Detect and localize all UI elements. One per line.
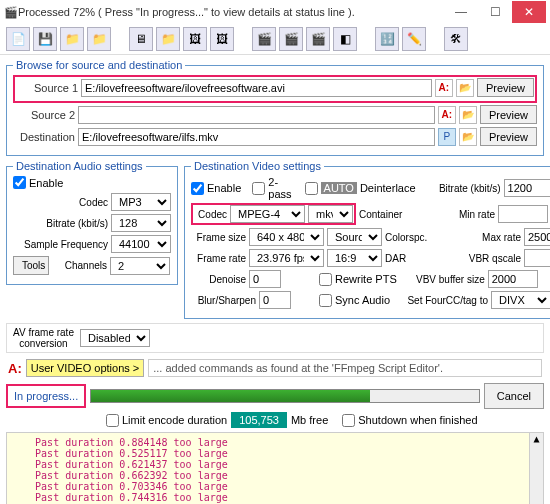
shutdown-check[interactable] <box>342 414 355 427</box>
avframe-select[interactable]: Disabled <box>80 329 150 347</box>
source2-input[interactable] <box>78 106 435 124</box>
denoise-input[interactable] <box>249 270 281 288</box>
maxrate-input[interactable] <box>524 228 550 246</box>
video3-icon[interactable]: 🎬 <box>306 27 330 51</box>
layout-icon[interactable]: ◧ <box>333 27 357 51</box>
dest-input[interactable] <box>78 128 435 146</box>
image2-icon[interactable]: 🖼 <box>210 27 234 51</box>
in-progress-button[interactable]: In progress... <box>6 384 86 408</box>
video-enable-check[interactable] <box>191 182 204 195</box>
blur-input[interactable] <box>259 291 291 309</box>
framesize-src-select[interactable]: Source <box>327 228 382 246</box>
video1-icon[interactable]: 🎬 <box>252 27 276 51</box>
audio-channels-select[interactable]: 2 <box>110 257 170 275</box>
audio-codec-select[interactable]: MP3 <box>111 193 171 211</box>
dest-label: Destination <box>13 131 75 143</box>
avframe-panel: AV frame rate conversion Disabled <box>6 323 544 353</box>
titlebar: 🎬 Processed 72% ( Press "In progress..."… <box>0 0 550 24</box>
source2-label: Source 2 <box>13 109 75 121</box>
log-scrollbar[interactable]: ▲▼ <box>529 433 543 504</box>
framesize-select[interactable]: 640 x 480 <box>249 228 324 246</box>
preview1-button[interactable]: Preview <box>477 78 534 97</box>
toolbar: 📄 💾 📁 📁 🖥 📁 🖼 🖼 🎬 🎬 🎬 ◧ 🔢 ✏️ 🛠 <box>0 24 550 55</box>
new-icon[interactable]: 📄 <box>6 27 30 51</box>
container-select[interactable]: mkv <box>308 205 353 223</box>
app-icon: 🎬 <box>4 6 18 19</box>
number-icon[interactable]: 🔢 <box>375 27 399 51</box>
browse2-icon[interactable]: 📂 <box>459 106 477 124</box>
edit-icon[interactable]: ✏️ <box>402 27 426 51</box>
log-line: Past duration 0.525117 too large <box>11 448 539 459</box>
browse-fieldset: Browse for source and destination Source… <box>6 59 544 156</box>
open2-icon[interactable]: 📁 <box>87 27 111 51</box>
folder-icon[interactable]: 📁 <box>156 27 180 51</box>
p-icon[interactable]: P <box>438 128 456 146</box>
minrate-input[interactable] <box>498 205 548 223</box>
vbr-input[interactable] <box>524 249 550 267</box>
video-bitrate-input[interactable] <box>504 179 550 197</box>
video2-icon[interactable]: 🎬 <box>279 27 303 51</box>
a-icon[interactable]: A: <box>435 79 453 97</box>
audio-sample-select[interactable]: 44100 <box>111 235 171 253</box>
image1-icon[interactable]: 🖼 <box>183 27 207 51</box>
tools-icon[interactable]: 🛠 <box>444 27 468 51</box>
a2-icon[interactable]: A: <box>438 106 456 124</box>
limit-check[interactable] <box>106 414 119 427</box>
source1-input[interactable] <box>81 79 432 97</box>
opts-text: ... added commands as found at the 'FFmp… <box>148 359 542 377</box>
log-line: Past duration 0.662392 too large <box>11 470 539 481</box>
video-legend: Destination Video settings <box>191 160 324 172</box>
audio-fieldset: Destination Audio settings Enable CodecM… <box>6 160 178 285</box>
preview2-button[interactable]: Preview <box>480 105 537 124</box>
open-icon[interactable]: 📁 <box>60 27 84 51</box>
auto-check[interactable] <box>305 182 318 195</box>
log-line: Past duration 0.744316 too large <box>11 492 539 503</box>
browse-dest-icon[interactable]: 📂 <box>459 128 477 146</box>
cancel-button[interactable]: Cancel <box>484 383 544 409</box>
video-codec-select[interactable]: MPEG-4 <box>230 205 305 223</box>
log-line: Past duration 0.884148 too large <box>11 437 539 448</box>
audio-legend: Destination Audio settings <box>13 160 146 172</box>
fourcc-select[interactable]: DIVX <box>491 291 550 309</box>
rewrite-check[interactable] <box>319 273 332 286</box>
tools-button[interactable]: Tools <box>13 256 49 275</box>
mb-free-value: 105,753 <box>231 412 287 428</box>
title-text: Processed 72% ( Press "In progress..." t… <box>18 6 444 18</box>
twopass-check[interactable] <box>252 182 265 195</box>
user-video-opts-button[interactable]: User VIDEO options > <box>26 359 145 377</box>
log-line: Past duration 0.703346 too large <box>11 481 539 492</box>
sync-check[interactable] <box>319 294 332 307</box>
vbv-input[interactable] <box>488 270 538 288</box>
framerate-select[interactable]: 23.976 fps <box>249 249 324 267</box>
audio-enable-check[interactable] <box>13 176 26 189</box>
monitor-icon[interactable]: 🖥 <box>129 27 153 51</box>
preview-dest-button[interactable]: Preview <box>480 127 537 146</box>
browse1-icon[interactable]: 📂 <box>456 79 474 97</box>
audio-bitrate-select[interactable]: 128 <box>111 214 171 232</box>
maximize-button[interactable]: ☐ <box>478 1 512 23</box>
log-line: Past duration 0.621437 too large <box>11 459 539 470</box>
source1-label: Source 1 <box>16 82 78 94</box>
close-button[interactable]: ✕ <box>512 1 546 23</box>
progress-bar <box>90 389 480 403</box>
video-fieldset: Destination Video settings Enable 2-pass… <box>184 160 550 319</box>
save-icon[interactable]: 💾 <box>33 27 57 51</box>
a-badge: A: <box>8 361 22 376</box>
minimize-button[interactable]: — <box>444 1 478 23</box>
log-panel: Past duration 0.884148 too large Past du… <box>6 432 544 504</box>
aspect-select[interactable]: 16:9 <box>327 249 382 267</box>
browse-legend: Browse for source and destination <box>13 59 185 71</box>
